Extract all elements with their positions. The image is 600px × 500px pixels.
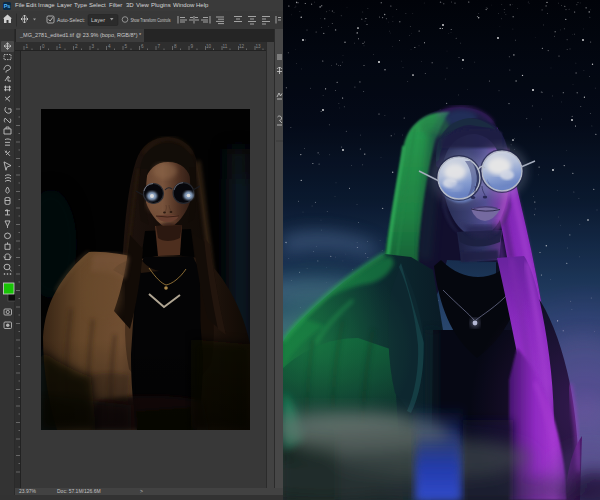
- svg-text:9: 9: [191, 44, 194, 49]
- svg-text:8: 8: [174, 44, 177, 49]
- svg-text:0: 0: [42, 44, 45, 49]
- svg-text:12: 12: [239, 44, 245, 49]
- svg-text:4: 4: [108, 44, 111, 49]
- svg-text:7: 7: [158, 44, 161, 49]
- svg-text:10: 10: [206, 44, 212, 49]
- svg-text:Show Transform Controls: Show Transform Controls: [131, 17, 171, 23]
- svg-text:5: 5: [125, 44, 128, 49]
- svg-text:2: 2: [75, 44, 78, 49]
- svg-text:6: 6: [141, 44, 144, 49]
- svg-text:1: 1: [26, 44, 29, 49]
- svg-text:1: 1: [59, 44, 62, 49]
- svg-text:13: 13: [256, 44, 262, 49]
- svg-text:Layer: Layer: [91, 17, 105, 23]
- svg-text:Auto-Select:: Auto-Select:: [57, 17, 85, 23]
- svg-text:3: 3: [92, 44, 95, 49]
- svg-text:11: 11: [223, 44, 228, 49]
